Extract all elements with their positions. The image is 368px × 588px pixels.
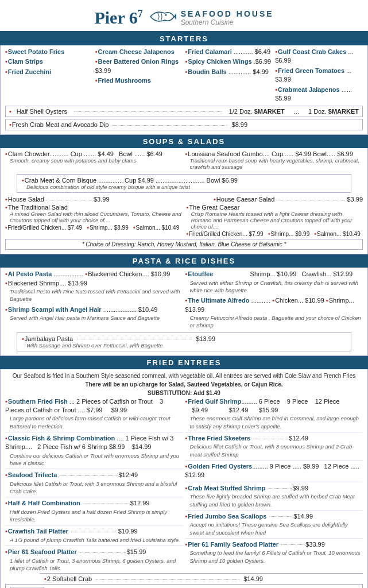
golden-oysters: •Golden Fried Oysters......... 9 Piece .…: [185, 462, 363, 482]
fried-note2: There will be an up-charge for Salad, Sa…: [5, 380, 363, 389]
al-pesto: •Al Pesto Pasta ................. •Black…: [5, 270, 183, 303]
bisque-desc: Delicious combination of old style cream…: [26, 184, 346, 190]
list-item: •Cream Cheese Jalapenos: [95, 48, 183, 56]
pasta-right-col: •Etouffee Shrimp... $10.99 Crawfish... $…: [185, 270, 363, 330]
list-item: •Gulf Coast Crab Cakes ... $6.99: [275, 48, 363, 65]
clam-chowder-desc: Smooth, creamy soup with potatoes and ba…: [10, 157, 183, 164]
louisiana-gumbo-title: •Louisiana Seafood Gumbo.... Cup...... $…: [185, 150, 363, 157]
starters-col4: •Gulf Coast Crab Cakes ... $6.99 •Fried …: [275, 48, 363, 104]
fried-grid: •Southern Fried Fish ... 2 Pieces of Cat…: [5, 397, 363, 573]
crab-stuffed-shrimp: •Crab Meat Stuffed Shrimp $9.99 These fi…: [185, 484, 363, 510]
list-item: •Fried Green Tomatoes ... $3.99: [275, 67, 363, 84]
dressing-note: * Choice of Dressing: Ranch, Honey Musta…: [5, 239, 363, 250]
starters-col3: •Fried Calamari ........... $6.49 •Spicy…: [185, 48, 273, 104]
header: Pier 67 SEAFOOD HOUSE Southern Cuisine: [0, 0, 368, 32]
soups-content: •Clam Chowder........... Cup ....... $4.…: [0, 148, 368, 254]
soups-header: SOUPS & SALADS: [0, 135, 368, 148]
classic-fish-shrimp: •Classic Fish & Shrimp Combination .... …: [5, 434, 183, 469]
great-caesar: •The Great Caesar Crisp Romaine Hearts t…: [187, 204, 363, 237]
fried-left-col: •Southern Fried Fish ... 2 Pieces of Cat…: [5, 397, 183, 573]
seafood-house-label: SEAFOOD HOUSE: [181, 9, 274, 18]
half-half: •Half & Half Combination $12.99 Half doz…: [5, 499, 183, 525]
jumbo-scallops: •Fried Jumbo Sea Scallops $14.99 Accept …: [185, 512, 363, 539]
bisque-title: •Crab Meat & Corn Bisque .............. …: [22, 177, 346, 184]
pasta-grid: •Al Pesto Pasta ................. •Black…: [5, 270, 363, 330]
pasta-content: •Al Pesto Pasta ................. •Black…: [0, 268, 368, 355]
louisiana-gumbo: •Louisiana Seafood Gumbo.... Cup...... $…: [185, 150, 363, 170]
clam-chowder-title: •Clam Chowder........... Cup ....... $4.…: [5, 150, 183, 157]
soups-top: •Clam Chowder........... Cup ....... $4.…: [5, 150, 363, 172]
logo-area: Pier 67 SEAFOOD HOUSE Southern Cuisine: [2, 5, 366, 29]
crawfish-platter: •Crawfish Tail Platter $10.99 A 1/3 poun…: [5, 527, 183, 546]
fried-section: FRIED ENTREES Our Seafood is fried in a …: [0, 356, 368, 588]
list-item: •Beer Battered Onion Rings $3.99: [95, 57, 183, 75]
half-shell-row: •Half Shell Oysters 1/2 Doz. $MARKET ...…: [5, 106, 363, 117]
list-item: •Fried Calamari ........... $6.49: [185, 48, 273, 56]
list-item: •Boudin Balls ............. $4.99: [185, 68, 273, 76]
pier-number: Pier 67: [94, 8, 142, 28]
great-caesar-desc: Crisp Romaine Hearts tossed with a light…: [191, 211, 363, 230]
starters-col2: •Cream Cheese Jalapenos •Beer Battered O…: [95, 48, 183, 104]
pier61-platter: •Pier 61 Seafood Platter $15.99 1 fillet…: [5, 548, 183, 572]
jambalaya-box: •Jambalaya Pasta $13.99 With Sausage and…: [17, 332, 351, 351]
softshell-row: •2 Softshell Crab $14.99: [40, 573, 363, 584]
pasta-header: PASTA & RICE DISHES: [0, 254, 368, 268]
ultimate-alfredo: •The Ultimate Alfredo ........... •Chick…: [185, 296, 363, 329]
southern-fried-fish: •Southern Fried Fish ... 2 Pieces of Cat…: [5, 397, 183, 432]
house-salad-row: •House Salad $3.99 •House Caesar Salad $…: [5, 195, 363, 204]
traditional-salad: •The Traditional Salad A mixed Green Sal…: [5, 204, 182, 237]
starters-content: •Sweet Potato Fries •Clam Strips •Fried …: [0, 45, 368, 135]
starters-top-row: •Sweet Potato Fries •Clam Strips •Fried …: [5, 48, 363, 104]
soups-section: SOUPS & SALADS •Clam Chowder........... …: [0, 135, 368, 254]
bisque-box: •Crab Meat & Corn Bisque .............. …: [17, 174, 351, 193]
starters-section: STARTERS •Sweet Potato Fries •Clam Strip…: [0, 32, 368, 135]
fried-right-col: •Fried Gulf Shrimp......... 6 Piece 9 Pi…: [185, 397, 363, 573]
list-item: •Spicy Chicken Wings .$6.99: [185, 57, 273, 66]
list-item: •Fried Zucchini: [5, 68, 93, 76]
traditional-salad-desc: A mixed Green Salad with thin sliced Cuc…: [10, 211, 182, 223]
pasta-section: PASTA & RICE DISHES •Al Pesto Pasta ....…: [0, 254, 368, 355]
starters-header: STARTERS: [0, 32, 368, 45]
fish-icon: [148, 9, 176, 28]
clam-chowder: •Clam Chowder........... Cup ....... $4.…: [5, 150, 183, 170]
fried-note1: Our Seafood is fried in a Southern Style…: [5, 372, 363, 380]
gulf-shrimp: •Fried Gulf Shrimp......... 6 Piece 9 Pi…: [185, 397, 363, 432]
fried-substitution: SUBSTITUTION: Add $1.49: [5, 389, 363, 397]
southern-cuisine-label: Southern Cuisine: [181, 18, 234, 26]
crab-dip-row: •Fresh Crab Meat and Avocado Dip $8.99: [5, 119, 363, 130]
salads-row: •The Traditional Salad A mixed Green Sal…: [5, 204, 363, 237]
list-item: •Sweet Potato Fries: [5, 48, 93, 56]
louisiana-gumbo-desc: Traditional roux-based soup with hearty …: [190, 157, 363, 170]
shrimp-scampi: •Shrimp Scampi with Angel Hair .........…: [5, 305, 183, 322]
list-item: •Crabmeat Jalapenos ...... $5.99: [275, 86, 363, 103]
addons-section: ADD ONS •1 Pc of Fried Catfish or Trout …: [5, 584, 363, 588]
pasta-left-col: •Al Pesto Pasta ................. •Black…: [5, 270, 183, 330]
seafood-trifecta: •Seafood Trifecta $12.49 Delicious fille…: [5, 471, 183, 497]
list-item: •Clam Strips: [5, 57, 93, 66]
addons-body: ADD ONS •1 Pc of Fried Catfish or Trout …: [6, 585, 362, 588]
three-skeeters: •Three Fried Skeeters $12.49 Delicious f…: [185, 434, 363, 461]
etouffee: •Etouffee Shrimp... $10.99 Crawfish... $…: [185, 270, 363, 294]
list-item: •Fried Mushrooms: [95, 76, 183, 85]
svg-point-0: [165, 14, 166, 16]
fried-header: FRIED ENTREES: [0, 356, 368, 369]
fried-content: Our Seafood is fried in a Southern Style…: [0, 369, 368, 588]
family-platter: •Pier 61 Family Seafood Platter $33.99 S…: [185, 540, 363, 564]
logo-text: SEAFOOD HOUSE Southern Cuisine: [181, 9, 274, 26]
starters-col1: •Sweet Potato Fries •Clam Strips •Fried …: [5, 48, 93, 104]
